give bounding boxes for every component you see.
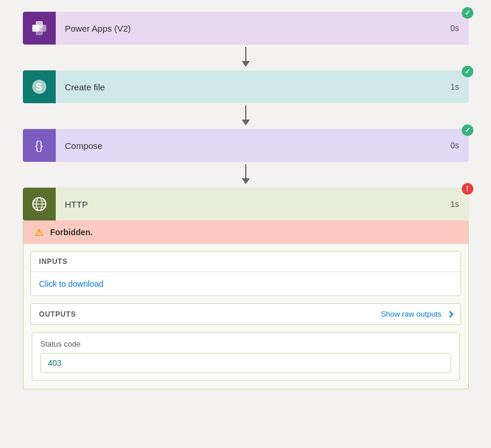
compose-icon: {} (35, 139, 43, 152)
http-badge-icon: ! (466, 185, 469, 193)
step-compose[interactable]: {} Compose 0s ✓ (23, 129, 469, 162)
svg-rect-2 (36, 21, 43, 28)
compose-badge: ✓ (462, 124, 473, 136)
inputs-header: INPUTS (31, 252, 460, 272)
compose-time: 0s (441, 141, 469, 150)
arrow-head-3 (242, 178, 250, 184)
outputs-header-row: OUTPUTS Show raw outputs (31, 304, 460, 324)
http-time: 1s (441, 199, 469, 209)
powerapps-time: 0s (441, 23, 469, 33)
createfile-time: 1s (441, 82, 469, 91)
createfile-icon-bg: S (23, 70, 56, 103)
status-code-label: Status code (40, 340, 451, 348)
http-expanded-panel: ⚠ Forbidden. INPUTS Click to download OU… (23, 220, 469, 389)
status-code-value: 403 (40, 353, 451, 373)
createfile-badge: ✓ (462, 66, 473, 77)
inputs-content: Click to download (31, 272, 460, 296)
flow-container: Power Apps (V2) 0s ✓ S Create file 1s ✓ … (23, 12, 469, 389)
powerapps-badge: ✓ (462, 7, 473, 19)
sharepoint-icon: S (30, 79, 49, 95)
arrow-head-1 (242, 61, 250, 67)
outputs-label: OUTPUTS (39, 310, 76, 318)
powerapps-badge-icon: ✓ (465, 9, 470, 17)
chevron-right-icon (446, 311, 453, 317)
show-raw-outputs-label: Show raw outputs (381, 310, 441, 318)
http-label: HTTP (56, 199, 441, 209)
arrow-line-1 (245, 47, 246, 61)
powerapps-icon-bg (23, 12, 56, 45)
step-powerapps[interactable]: Power Apps (V2) 0s ✓ (23, 12, 469, 45)
arrow-head-2 (242, 120, 250, 125)
http-card-wrapper: HTTP 1s ! ⚠ Forbidden. INPUTS Click to d… (23, 188, 469, 389)
arrow-line-3 (245, 164, 246, 178)
outputs-section: OUTPUTS Show raw outputs (31, 303, 461, 325)
powerapps-icon (30, 19, 49, 38)
arrow-1 (242, 47, 250, 68)
warning-icon: ⚠ (33, 226, 45, 238)
http-icon-bg (23, 188, 56, 220)
createfile-badge-icon: ✓ (465, 67, 470, 76)
forbidden-banner: ⚠ Forbidden. (23, 220, 468, 244)
svg-text:S: S (36, 82, 42, 92)
createfile-label: Create file (56, 82, 441, 92)
compose-label: Compose (56, 141, 441, 151)
compose-icon-bg: {} (23, 129, 56, 162)
click-to-download-link[interactable]: Click to download (39, 279, 104, 289)
step-http[interactable]: HTTP 1s ! (23, 188, 469, 220)
arrow-line-2 (245, 106, 246, 120)
http-icon (31, 195, 48, 213)
step-createfile[interactable]: S Create file 1s ✓ (23, 70, 469, 103)
powerapps-label: Power Apps (V2) (56, 23, 441, 33)
svg-rect-3 (36, 28, 43, 35)
inputs-section: INPUTS Click to download (31, 251, 461, 296)
arrow-2 (242, 106, 250, 127)
show-raw-outputs-button[interactable]: Show raw outputs (381, 310, 452, 318)
forbidden-text: Forbidden. (50, 228, 93, 237)
status-code-box: Status code 403 (32, 332, 460, 381)
arrow-3 (242, 164, 250, 185)
http-badge: ! (462, 183, 473, 195)
compose-badge-icon: ✓ (465, 126, 470, 134)
